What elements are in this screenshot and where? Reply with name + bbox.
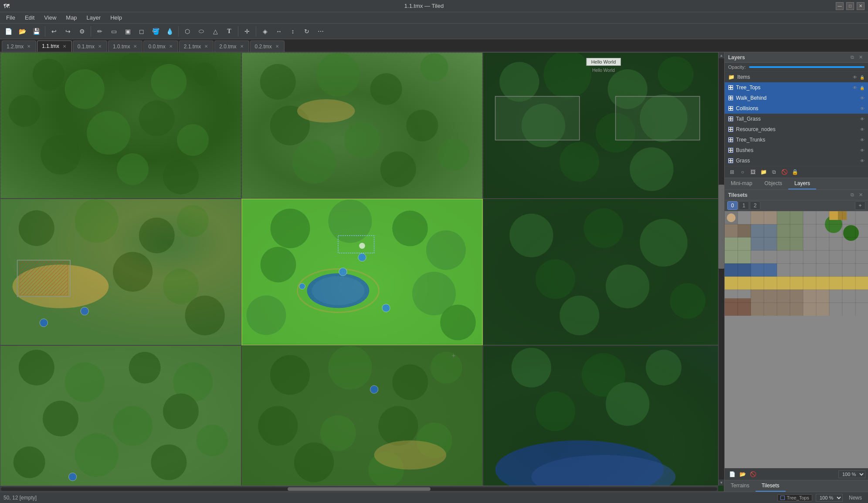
remove-tileset-button[interactable]: 🚫 [748,470,758,479]
tab-close[interactable]: ✕ [97,44,102,49]
text-button[interactable]: T [223,25,236,37]
open-button[interactable]: 📂 [16,25,29,37]
undo-button[interactable]: ↩ [47,25,61,37]
menu-help[interactable]: Help [106,14,126,22]
map-cell-bc[interactable]: + [241,345,483,492]
layer-item-items[interactable]: 📁 Items [725,72,868,82]
tab-0-0-tmx[interactable]: 0.0.tmx ✕ [143,41,178,52]
tab-close[interactable]: ✕ [26,44,31,49]
scroll-down-button[interactable]: ▼ [719,479,724,486]
tab-terrains[interactable]: Terrains [725,480,756,492]
tab-0-1-tmx[interactable]: 0.1.tmx ✕ [73,41,107,52]
layer-eye-resource-nodes[interactable] [860,127,865,132]
stamp-button[interactable]: ✏ [93,25,106,37]
layer-eye-tree-tops[interactable] [853,85,857,90]
redo-button[interactable]: ↪ [61,25,75,37]
duplicate-layer-button[interactable]: ⧉ [769,168,779,176]
tab-objects[interactable]: Objects [758,178,788,189]
layer-eye-collisions[interactable] [860,106,865,111]
layers-close-button[interactable]: ✕ [857,54,865,61]
add-object-layer-button[interactable]: ○ [738,168,747,176]
remove-layer-button[interactable]: 🚫 [780,168,789,176]
tileset-add-button[interactable]: + [855,201,865,210]
map-cell-tc[interactable] [241,52,483,199]
menu-view[interactable]: View [40,14,61,22]
menu-file[interactable]: File [2,14,20,22]
tab-tilesets[interactable]: Tilesets [756,480,786,492]
close-button[interactable]: ✕ [857,2,865,10]
more-button[interactable]: ⋯ [314,25,327,37]
tileset-tab-0[interactable]: 0 [727,201,738,210]
erase-button[interactable]: ◻ [135,25,148,37]
new-tileset-button[interactable]: 📄 [727,470,737,479]
tab-2-1-tmx[interactable]: 2.1.tmx ✕ [179,41,214,52]
menu-map[interactable]: Map [61,14,81,22]
h-scroll-thumb[interactable] [288,487,431,491]
tileset-tab-2[interactable]: 2 [750,201,760,210]
tab-close[interactable]: ✕ [62,44,67,49]
new-button[interactable]: 📄 [2,25,15,37]
layer-lock-items[interactable] [860,74,865,80]
layer-item-tree-tops[interactable]: Tree_Tops [725,82,868,93]
zoom-level-select[interactable]: 100 % 50 % 200 % [816,494,843,502]
map-cell-tr[interactable]: Hello World Hello World [483,52,724,199]
tab-1-1-tmx[interactable]: 1.1.tmx ✕ [37,41,71,52]
map-area[interactable]: Hello World Hello World [0,52,724,492]
lock-layer-button[interactable]: 🔒 [790,168,800,176]
tab-1-2-tmx[interactable]: 1.2.tmx ✕ [2,41,36,52]
menu-edit[interactable]: Edit [20,14,39,22]
layer-eye-bushes[interactable] [860,148,865,153]
tileset-tab-1[interactable]: 1 [739,201,749,210]
map-horizontal-scrollbar[interactable] [0,486,718,492]
tab-2-0-tmx[interactable]: 2.0.tmx ✕ [214,41,249,52]
news-label[interactable]: News [846,494,865,502]
tilesets-close-button[interactable]: ✕ [857,192,865,198]
tab-close[interactable]: ✕ [275,44,280,49]
layer-lock-tree-tops[interactable] [860,85,865,90]
tab-mini-map[interactable]: Mini-map [725,178,758,189]
triangle-button[interactable]: △ [209,25,222,37]
select-region-button[interactable]: ⬡ [181,25,194,37]
open-tileset-button[interactable]: 📂 [738,470,747,479]
layer-eye-tall-grass[interactable] [860,116,865,122]
tab-0-2-tmx[interactable]: 0.2.tmx ✕ [250,41,285,52]
opacity-slider[interactable] [749,66,865,68]
layer-item-bushes[interactable]: Bushes [725,145,868,155]
preferences-button[interactable]: ⚙ [75,25,88,37]
menu-layer[interactable]: Layer [82,14,105,22]
tab-close[interactable]: ✕ [132,44,138,49]
map-cell-mc[interactable] [241,199,483,345]
tileset-zoom-select[interactable]: 100 % 50 % 200 % [838,470,865,478]
bucket-button[interactable]: 🪣 [149,25,162,37]
add-group-layer-button[interactable]: 📁 [759,168,768,176]
flip-v-button[interactable]: ↕ [286,25,299,37]
layer-item-tree-trunks[interactable]: Tree_Trunks [725,135,868,145]
tab-1-0-tmx[interactable]: 1.0.tmx ✕ [108,41,142,52]
maximize-button[interactable]: □ [846,2,854,10]
layer-item-resource-nodes[interactable]: Resource_nodes [725,124,868,135]
map-cell-bl[interactable] [0,345,241,492]
select-fill-button[interactable]: ▣ [121,25,134,37]
rotate-cw-button[interactable]: ↻ [300,25,313,37]
layer-item-tall-grass[interactable]: Tall_Grass [725,114,868,124]
map-cell-mr[interactable] [483,199,724,345]
object-stamp-button[interactable]: ◈ [258,25,271,37]
tileset-canvas[interactable] [725,211,868,468]
map-vertical-scrollbar[interactable]: ▲ ▼ [718,52,724,486]
scroll-up-button[interactable]: ▲ [719,52,724,58]
tab-close[interactable]: ✕ [168,44,173,49]
map-canvas[interactable]: Hello World Hello World [0,52,724,492]
flip-h-button[interactable]: ↔ [272,25,285,37]
layer-eye-grass[interactable] [860,158,865,163]
minimize-button[interactable]: — [836,2,844,10]
eyedropper-button[interactable]: 💧 [163,25,176,37]
move-button[interactable]: ✛ [241,25,254,37]
add-image-layer-button[interactable]: 🖼 [748,168,758,176]
tab-layers[interactable]: Layers [788,178,816,189]
layer-item-grass[interactable]: Grass [725,155,868,166]
save-button[interactable]: 💾 [30,25,43,37]
map-cell-ml[interactable] [0,199,241,345]
layer-item-collisions[interactable]: Collisions [725,103,868,114]
layer-eye-items[interactable] [853,74,857,80]
oval-button[interactable]: ⬭ [195,25,208,37]
